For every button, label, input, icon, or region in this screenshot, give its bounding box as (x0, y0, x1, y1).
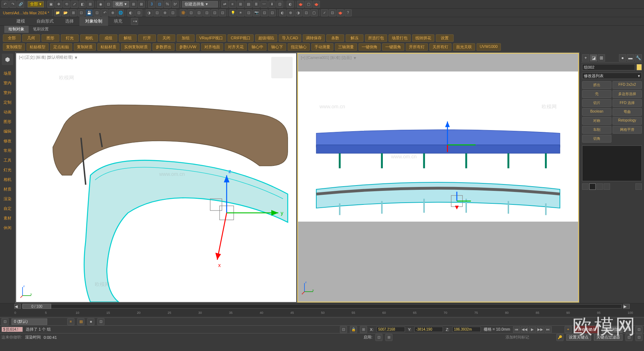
key-btn[interactable]: + (565, 326, 572, 333)
sidebar-item[interactable]: 渲染 (1, 194, 14, 204)
utilities-tab[interactable]: 🔧 (635, 54, 642, 61)
script-button[interactable]: 参数挤出 (152, 43, 175, 51)
script-button[interactable]: 粘贴模型 (26, 43, 49, 51)
script-button[interactable]: VRayIFP视口 (196, 34, 226, 42)
tool-btn[interactable]: 🔆 (180, 9, 187, 16)
light-btn[interactable]: 💡 (229, 9, 236, 16)
scale-btn[interactable]: ⤢ (71, 1, 78, 8)
sidebar-item[interactable]: 灯光 (1, 165, 14, 175)
script-button[interactable]: 场景打包 (389, 34, 411, 42)
ribbon-tab[interactable]: 建模 (11, 17, 31, 26)
tool-btn[interactable]: ◧ (79, 1, 86, 8)
goto-start-btn[interactable]: ⏮ (513, 326, 520, 333)
tool-btn[interactable]: ⊡ (329, 9, 336, 16)
script-button[interactable]: 图形 (42, 34, 59, 42)
modifier-button[interactable]: FFD 2x2x2 (613, 81, 642, 89)
tool-btn[interactable]: ⊡ (195, 9, 203, 16)
script-button[interactable]: 复制模型 (3, 43, 25, 51)
add-time-tag[interactable]: 添加时间标记 (506, 335, 529, 340)
script-button[interactable]: 指定轴心 (288, 43, 310, 51)
script-button[interactable]: 超级塌陷 (255, 34, 277, 42)
script-listener-input[interactable] (1, 327, 23, 332)
tool-btn[interactable]: ⊠ (138, 1, 145, 8)
script-button[interactable]: 线转拼花 (412, 34, 434, 42)
tool-btn[interactable]: ⊡ (261, 9, 268, 16)
modifier-button[interactable]: 车削 (582, 126, 611, 134)
render-btn[interactable]: 🫖 (337, 9, 344, 16)
tool-btn[interactable]: ↶ (1, 1, 9, 8)
sidebar-item[interactable]: 材质 (1, 184, 14, 194)
pin-stack-btn[interactable] (582, 183, 589, 190)
object-name-input[interactable] (582, 64, 635, 70)
ribbon-tab[interactable]: 填充 (108, 17, 128, 26)
enable-btn[interactable]: ⊡ (375, 334, 382, 341)
play-btn[interactable]: ▶ (529, 326, 536, 333)
tool-btn[interactable]: ◉ (97, 1, 104, 8)
tool-btn[interactable]: ⊡ (187, 9, 195, 16)
modifier-stack[interactable] (582, 145, 642, 181)
show-result-btn[interactable] (589, 183, 596, 190)
filter-dropdown[interactable]: 全部 ▾ (28, 1, 44, 8)
sub-tab[interactable]: 笔刷设置 (29, 26, 53, 33)
help-btn[interactable]: ? (345, 9, 352, 16)
ribbon-tab[interactable]: 自由形式 (31, 17, 59, 26)
tool-btn[interactable]: ⊡ (303, 9, 310, 16)
snap-btn[interactable]: b² (172, 1, 179, 8)
rotate-btn[interactable]: ⟲ (63, 1, 70, 8)
sidebar-item[interactable]: 素材 (1, 213, 14, 223)
remove-btn[interactable] (604, 183, 610, 190)
time-ruler[interactable]: 0510152025303540455055606570758085909510… (0, 309, 644, 316)
script-button[interactable]: 一键圆角 (382, 43, 404, 51)
unique-btn[interactable] (596, 183, 603, 190)
script-button[interactable]: 条数 (326, 34, 344, 42)
light-btn[interactable]: 📷 (253, 9, 260, 16)
tool-btn[interactable]: 🔗 (17, 1, 24, 8)
script-button[interactable]: 关所有灯 (429, 43, 452, 51)
tool-btn[interactable]: ◐ (279, 9, 286, 16)
ribbon-tab[interactable]: 对象绘制 (79, 17, 108, 26)
tool-btn[interactable]: 📂 (62, 9, 69, 16)
nav-btn[interactable]: ⊡ (635, 326, 643, 333)
sidebar-item[interactable]: 场景 (1, 69, 14, 78)
prev-frame-btn[interactable]: ◀◀ (521, 326, 528, 333)
nav-btn[interactable]: ⊡ (635, 334, 643, 341)
selected-obj-dropdown[interactable]: 选定对象 (602, 326, 623, 333)
save-btn[interactable]: 💾 (86, 9, 93, 16)
y-coord-input[interactable] (414, 327, 443, 332)
tool-btn[interactable]: ↶ (101, 9, 108, 16)
tool-btn[interactable]: ⊡ (97, 318, 104, 325)
tool-btn[interactable]: ▢ (311, 9, 318, 16)
select-btn[interactable]: ▣ (47, 1, 54, 8)
light-btn[interactable]: ☀ (237, 9, 244, 16)
script-button[interactable]: 轴心中 (248, 43, 267, 51)
script-button[interactable]: 定点粘贴 (50, 43, 72, 51)
viewcube[interactable] (271, 57, 293, 78)
modifier-button[interactable]: 多边形选择 (613, 90, 642, 98)
material-btn[interactable]: ◐ (287, 1, 294, 8)
sidebar-item[interactable]: 室内 (1, 78, 14, 88)
schematic-btn[interactable]: ⊡ (276, 1, 283, 8)
modifier-button[interactable]: Boolean (582, 108, 611, 116)
script-button[interactable]: 加组 (177, 34, 195, 42)
script-button[interactable]: 参数UVW (176, 43, 200, 51)
sidebar-item[interactable]: 动画 (1, 107, 14, 117)
tool-btn[interactable]: ⬇ (268, 1, 275, 8)
selection-set-dropdown[interactable]: 创建选择集 ▾ (182, 1, 218, 8)
tool-btn[interactable]: ⊡ (135, 9, 142, 16)
x-coord-input[interactable] (376, 327, 405, 332)
viewport-camera[interactable]: [+] [Camera001] [标准] [边面] ▼ (297, 53, 579, 302)
script-button[interactable]: 打开 (138, 34, 156, 42)
auto-key-btn[interactable]: 自动关键点 (575, 326, 599, 333)
script-button[interactable]: 轴心下 (268, 43, 286, 51)
script-button[interactable]: 三轴测量 (335, 43, 357, 51)
tool-btn[interactable]: ⊡ (93, 9, 101, 16)
script-button[interactable]: UVW1000 (477, 43, 501, 51)
set-key-btn[interactable]: 设置关键点 (566, 334, 591, 341)
time-slider[interactable]: ◀ 0 / 100 ▶ (0, 303, 644, 309)
move-btn[interactable]: ✥ (55, 1, 62, 8)
sidebar-item[interactable]: 休闲 (1, 223, 14, 233)
lock-btn[interactable]: 🔒 (350, 326, 357, 333)
script-button[interactable]: 导入CAD (279, 34, 301, 42)
object-color-swatch[interactable] (636, 64, 642, 70)
tool-btn[interactable]: ⊕ (161, 9, 169, 16)
